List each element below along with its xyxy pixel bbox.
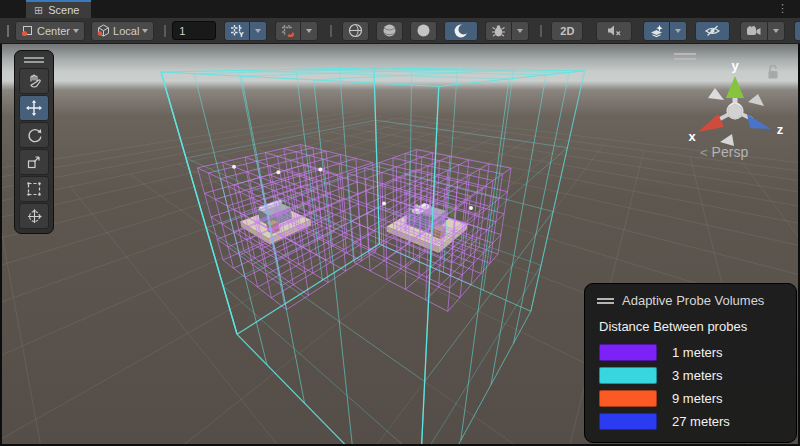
probe-color-swatch xyxy=(599,390,657,407)
rect-tool-button[interactable] xyxy=(19,176,49,202)
magnet-snap-arrow-icon xyxy=(306,29,312,33)
hand-tool-icon xyxy=(26,73,42,89)
legend-label: 9 meters xyxy=(672,391,723,406)
render-mode-button[interactable] xyxy=(342,21,369,41)
legend-row: 27 meters xyxy=(599,413,784,430)
effects-layers-icon xyxy=(649,24,664,38)
camera-icon xyxy=(746,25,762,37)
scene-visibility-button[interactable] xyxy=(695,21,730,41)
camera-arrow-icon xyxy=(773,29,779,33)
skybox-toggle-button[interactable] xyxy=(376,21,403,41)
grid-snap-arrow-icon xyxy=(255,29,261,33)
fog-toggle-button[interactable] xyxy=(410,21,437,41)
rect-tool-icon xyxy=(26,181,42,197)
tools-drag-handle[interactable] xyxy=(24,57,44,63)
legend-rows: 1 meters3 meters9 meters27 meters xyxy=(597,344,784,430)
scene-toolbar: Center Local Y xyxy=(0,18,800,44)
kebab-menu-icon[interactable]: ⋮ xyxy=(777,2,788,15)
magnet-snap-button[interactable] xyxy=(275,21,300,41)
scene-lighting-button[interactable] xyxy=(444,21,478,41)
scale-tool-icon xyxy=(26,154,42,170)
debug-bug-icon xyxy=(491,24,506,38)
scene-tab-grid-icon: ⊞ xyxy=(34,5,43,16)
orientation-dropdown-arrow-icon xyxy=(142,29,148,33)
lock-icon[interactable] xyxy=(766,64,780,81)
pivot-icon xyxy=(21,24,34,37)
legend-subtitle: Distance Between probes xyxy=(599,319,784,334)
rotate-tool-icon xyxy=(26,127,43,144)
tab-scene[interactable]: ⊞ Scene xyxy=(26,0,91,18)
neutral-axis-cone[interactable] xyxy=(708,88,724,100)
grid-snap-dropdown[interactable] xyxy=(249,21,267,41)
probe-color-swatch xyxy=(599,344,657,361)
2d-mode-button[interactable]: 2D xyxy=(551,21,583,41)
camera-settings-button[interactable] xyxy=(740,21,767,41)
audio-mute-icon xyxy=(606,24,622,37)
y-axis-label: y xyxy=(731,58,739,73)
magnet-snap-dropdown[interactable] xyxy=(300,21,318,41)
debug-validation-dropdown[interactable] xyxy=(511,21,529,41)
z-axis-cone[interactable] xyxy=(747,114,771,129)
tab-bar: ⊞ Scene ⋮ xyxy=(0,0,800,18)
pivot-mode-button[interactable]: Center xyxy=(15,21,85,41)
move-tool-button[interactable] xyxy=(19,95,49,121)
legend-title: Adaptive Probe Volumes xyxy=(622,293,764,308)
rotate-tool-button[interactable] xyxy=(19,122,49,148)
debug-validation-button[interactable] xyxy=(485,21,511,41)
grid-snap-y-icon: Y xyxy=(230,24,244,37)
tab-label: Scene xyxy=(48,4,79,16)
legend-drag-handle[interactable] xyxy=(597,298,614,304)
effects-dropdown[interactable] xyxy=(669,21,687,41)
audio-toggle-button[interactable] xyxy=(596,21,632,41)
z-axis-label: z xyxy=(777,122,784,137)
tools-overlay xyxy=(14,50,54,234)
skybox-sphere-icon xyxy=(382,23,397,38)
projection-toggle[interactable]: <Persp xyxy=(700,144,748,160)
toolbar-drag-handle[interactable] xyxy=(7,25,9,37)
render-sphere-icon xyxy=(348,23,363,38)
hand-tool-button[interactable] xyxy=(19,68,49,94)
grid-snap-button[interactable]: Y xyxy=(224,21,249,41)
pivot-dropdown-arrow-icon xyxy=(73,29,79,33)
scene-viewport[interactable]: y x z <Persp Adaptive Probe Volumes Dist… xyxy=(2,44,798,444)
legend-label: 1 meters xyxy=(672,345,723,360)
snap-increment-input[interactable] xyxy=(172,21,216,40)
toolbar-separator xyxy=(330,25,332,37)
legend-label: 27 meters xyxy=(672,414,730,429)
transform-tool-button[interactable] xyxy=(19,203,49,229)
magnet-snap-icon xyxy=(281,24,295,37)
scene-view-window: ⊞ Scene ⋮ Center Local Y xyxy=(0,0,800,446)
pivot-mode-label: Center xyxy=(37,25,70,37)
legend-row: 1 meters xyxy=(599,344,784,361)
scale-tool-button[interactable] xyxy=(19,149,49,175)
y-axis-cone[interactable] xyxy=(726,76,744,98)
neutral-axis-cone[interactable] xyxy=(748,94,764,106)
scene-visibility-eye-slash-icon xyxy=(704,24,721,37)
effects-toggle-button[interactable] xyxy=(643,21,669,41)
x-axis-label: x xyxy=(688,129,696,144)
2d-mode-label: 2D xyxy=(560,25,574,37)
orientation-mode-label: Local xyxy=(113,25,139,37)
projection-label: Persp xyxy=(712,144,749,160)
orientation-cube-icon xyxy=(97,24,110,37)
apv-legend-panel: Adaptive Probe Volumes Distance Between … xyxy=(584,283,797,443)
legend-row: 9 meters xyxy=(599,390,784,407)
orientation-mode-button[interactable]: Local xyxy=(91,21,154,41)
transform-tool-icon xyxy=(26,208,43,225)
move-tool-icon xyxy=(25,99,43,117)
effects-arrow-icon xyxy=(675,29,681,33)
legend-label: 3 meters xyxy=(672,368,723,383)
probe-color-swatch xyxy=(599,367,657,384)
chevron-left-icon: < xyxy=(700,145,708,160)
fog-circle-icon xyxy=(416,23,431,38)
camera-settings-dropdown[interactable] xyxy=(767,21,785,41)
component-gizmos-button[interactable] xyxy=(794,21,800,41)
toolbar-separator xyxy=(540,25,542,37)
legend-row: 3 meters xyxy=(599,367,784,384)
svg-text:Y: Y xyxy=(239,31,244,38)
scene-lighting-moon-icon xyxy=(453,23,469,39)
toolbar-separator xyxy=(164,25,166,37)
debug-arrow-icon xyxy=(517,29,523,33)
probe-color-swatch xyxy=(599,413,657,430)
